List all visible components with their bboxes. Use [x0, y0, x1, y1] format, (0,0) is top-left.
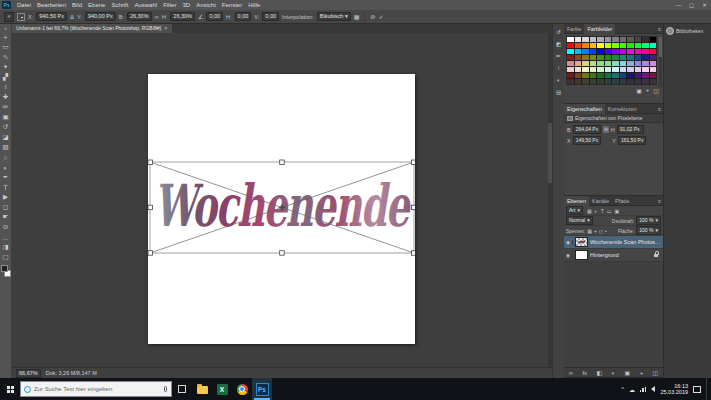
layers-tab-pfade[interactable]: Pfade [612, 196, 632, 206]
minimize-button[interactable]: — [672, 0, 685, 10]
transform-handle[interactable] [148, 160, 153, 165]
reference-point-locator[interactable] [17, 13, 25, 21]
color-swatch[interactable] [567, 49, 574, 54]
warp-mode-button[interactable]: ▦ [354, 13, 360, 20]
filter-smart-objects-icon[interactable]: ▣ [614, 208, 619, 214]
document-tab[interactable]: Unbenannt-1 bei 66,7% (Wochenende Scan P… [12, 24, 172, 33]
menu-item-hilfe[interactable]: Hilfe [245, 2, 263, 8]
color-swatch[interactable] [650, 61, 657, 66]
swatches-scrollbar[interactable] [659, 37, 662, 87]
close-tab-icon[interactable]: × [164, 24, 167, 33]
type-tool[interactable]: T [0, 182, 12, 192]
zoom-level-field[interactable]: 66,67% [16, 369, 41, 378]
cancel-transform-button[interactable]: ⊘ [370, 13, 375, 20]
color-swatch[interactable] [590, 73, 597, 78]
color-swatch[interactable] [642, 61, 649, 66]
color-swatch[interactable] [620, 43, 627, 48]
tray-expand-icon[interactable]: ^ [621, 386, 624, 392]
height-scale-field[interactable]: 26,30% [170, 12, 195, 21]
menu-item-3d[interactable]: 3D [179, 2, 193, 8]
lasso-tool[interactable]: ∿ [0, 52, 12, 62]
properties-tab-korrekturen[interactable]: Korrekturen [605, 104, 640, 114]
color-swatch[interactable] [635, 55, 642, 60]
new-layer-icon[interactable]: + [640, 370, 644, 376]
layer-filter-dropdown[interactable]: Art ▾ [566, 206, 583, 215]
menu-item-schrift[interactable]: Schrift [108, 2, 131, 8]
volume-icon[interactable] [651, 386, 655, 392]
history-brush-tool[interactable]: ↺ [0, 122, 12, 132]
color-swatch[interactable] [612, 67, 619, 72]
quick-selection-tool[interactable]: ✦ [0, 62, 12, 72]
color-swatch[interactable] [597, 37, 604, 42]
color-swatch[interactable] [582, 79, 589, 84]
move-tool[interactable]: + [0, 32, 12, 42]
lock-position-icon[interactable]: ◻ [599, 228, 603, 234]
color-swatch[interactable] [597, 67, 604, 72]
dock-adjustments-icon[interactable]: ◐ [554, 76, 564, 84]
color-swatch[interactable] [635, 49, 642, 54]
color-swatch[interactable] [642, 67, 649, 72]
color-swatch[interactable] [575, 37, 582, 42]
color-swatch[interactable] [612, 73, 619, 78]
prop-h-field[interactable]: 91,02 Px [617, 125, 644, 134]
new-swatch-icon[interactable]: + [646, 87, 650, 94]
color-swatch[interactable] [620, 73, 627, 78]
brush-tool[interactable]: ✏ [0, 102, 12, 112]
color-swatch[interactable] [605, 37, 612, 42]
color-swatch[interactable] [590, 37, 597, 42]
color-swatch[interactable] [597, 79, 604, 84]
layer-mask-icon[interactable]: ◧ [596, 369, 602, 376]
color-swatch[interactable] [597, 55, 604, 60]
color-swatch[interactable] [612, 43, 619, 48]
search-input[interactable]: Zur Suche Text hier eingeben [34, 386, 161, 392]
cortana-icon[interactable] [24, 386, 31, 393]
dock-brushes-icon[interactable]: ✏ [554, 52, 564, 60]
color-swatch[interactable] [642, 49, 649, 54]
prop-y-field[interactable]: 161,50 Px [618, 136, 647, 145]
screen-mode-button[interactable]: ▢ [0, 252, 12, 262]
color-swatch[interactable] [567, 67, 574, 72]
interpolation-dropdown[interactable]: Bikubisch ▾ [317, 12, 351, 21]
color-swatch[interactable] [575, 61, 582, 66]
color-swatch[interactable] [650, 49, 657, 54]
gradient-tool[interactable]: ▨ [0, 142, 12, 152]
color-swatch[interactable] [605, 67, 612, 72]
color-swatch[interactable] [620, 49, 627, 54]
libraries-tab[interactable]: Bibliotheken [664, 24, 711, 38]
prop-w-field[interactable]: 264,04 Px [573, 125, 602, 134]
crop-tool[interactable]: ▞ [0, 72, 12, 82]
color-swatch[interactable] [605, 73, 612, 78]
color-swatch[interactable] [642, 73, 649, 78]
color-swatch[interactable] [650, 55, 657, 60]
color-swatch[interactable] [612, 55, 619, 60]
color-swatch[interactable] [605, 49, 612, 54]
close-button[interactable]: ✕ [698, 0, 711, 10]
color-swatch[interactable] [597, 49, 604, 54]
swatches-tab-farbfelder[interactable]: Farbfelder [584, 24, 615, 34]
color-swatch[interactable] [590, 79, 597, 84]
color-swatch[interactable] [590, 55, 597, 60]
clone-stamp-tool[interactable]: ▣ [0, 112, 12, 122]
document-canvas[interactable]: Wochenende [148, 74, 415, 344]
color-swatch[interactable] [605, 61, 612, 66]
rectangular-marquee-tool[interactable]: ▭ [0, 42, 12, 52]
quick-mask-button[interactable]: ◨ [0, 242, 12, 252]
shape-tool[interactable]: ◻ [0, 202, 12, 212]
color-swatch[interactable] [627, 37, 634, 42]
swatches-tab-farbe[interactable]: Farbe [564, 24, 584, 34]
color-swatch[interactable] [612, 79, 619, 84]
color-swatch[interactable] [582, 73, 589, 78]
color-swatch[interactable] [582, 61, 589, 66]
dock-info-icon[interactable]: i [554, 64, 564, 72]
taskbar-clock[interactable]: 16:13 25.03.2019 [660, 383, 688, 396]
color-swatch[interactable] [627, 67, 634, 72]
color-swatch[interactable] [567, 43, 574, 48]
properties-tab-eigenschaften[interactable]: Eigenschaften [564, 104, 605, 114]
dodge-tool[interactable]: ◐ [0, 162, 12, 172]
color-swatch[interactable] [567, 55, 574, 60]
commit-transform-button[interactable]: ✓ [378, 13, 383, 20]
color-swatch[interactable] [597, 73, 604, 78]
show-desktop-button[interactable] [706, 378, 709, 400]
color-swatch[interactable] [590, 61, 597, 66]
layer-row[interactable]: ◉Wochenende Scan Photoshop [564, 236, 663, 249]
